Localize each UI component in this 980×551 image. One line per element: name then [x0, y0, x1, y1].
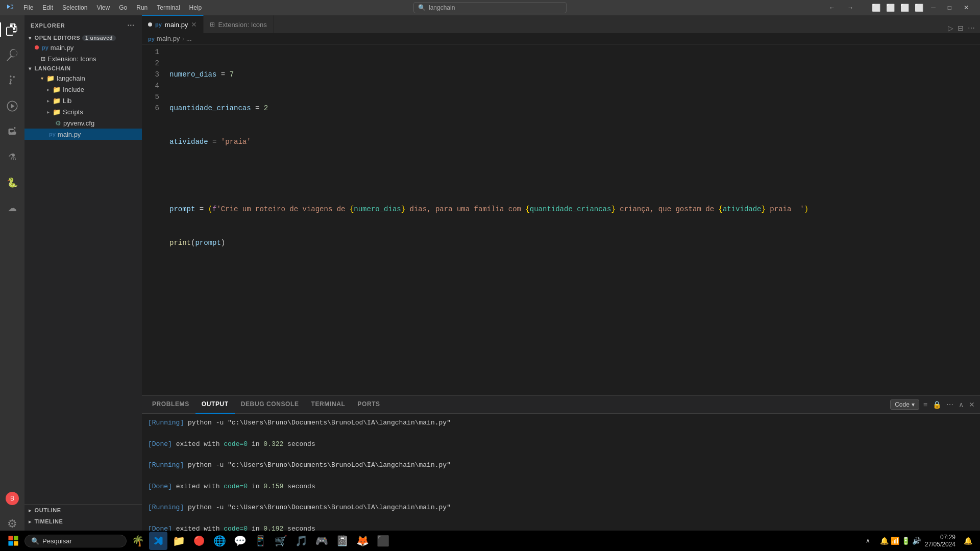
close-button[interactable]: ✕	[958, 0, 975, 15]
run-button[interactable]: ▷	[947, 23, 954, 33]
taskbar-terminal[interactable]: ⬛	[374, 532, 392, 550]
sidebar-actions: ⋯	[126, 20, 136, 31]
activity-source-control[interactable]	[0, 68, 24, 93]
taskbar-discord[interactable]: 🎮	[312, 532, 331, 550]
tab-main-py[interactable]: py main.py ✕	[142, 15, 204, 33]
open-editors-section[interactable]: ▾ OPEN EDITORS 1 unsaved	[24, 34, 142, 42]
activity-testing[interactable]: ⚗	[0, 145, 24, 169]
search-icon: 🔍	[418, 4, 426, 11]
py-file-icon: py	[49, 131, 56, 137]
more-icon[interactable]: ⋯	[945, 399, 954, 410]
more-actions-icon[interactable]: ⋯	[967, 23, 976, 33]
menu-selection[interactable]: Selection	[58, 3, 91, 12]
open-file-main-py[interactable]: py main.py	[24, 42, 142, 53]
tab-problems[interactable]: PROBLEMS	[146, 396, 195, 414]
filter-icon[interactable]: ≡	[922, 399, 928, 410]
clock: 07:29 27/05/2024	[925, 534, 955, 548]
code-line-3: atividade = 'praia'	[167, 136, 980, 147]
tab-close-button[interactable]: ✕	[191, 20, 197, 29]
new-file-icon[interactable]: ⋯	[126, 20, 136, 31]
taskbar-browser[interactable]: 🌐	[210, 532, 229, 550]
timeline-label: TIMELINE	[35, 518, 63, 524]
terminal-actions: Code ▾ ≡ 🔒 ⋯ ∧ ✕	[890, 399, 976, 410]
breadcrumb-file[interactable]: main.py	[157, 35, 180, 42]
terminal-content[interactable]: [Running] python -u "c:\Users\Bruno\Docu…	[142, 414, 980, 538]
notification-button[interactable]: 🔔	[960, 533, 976, 549]
breadcrumb-py-icon: py	[148, 36, 155, 42]
taskbar-spotify[interactable]: 🎵	[292, 532, 310, 550]
layout-icon-2[interactable]: ⬜	[884, 2, 896, 14]
maximize-panel-icon[interactable]: ∧	[958, 399, 965, 410]
taskbar-search[interactable]: 🔍 Pesquisar	[24, 535, 127, 547]
layout-icon-4[interactable]: ⬜	[913, 2, 925, 14]
timeline-section[interactable]: ▸ TIMELINE	[24, 516, 142, 527]
code-editor[interactable]: 1 2 3 4 5 6 numero_dias = 7 quantidade_c…	[142, 44, 980, 395]
file-name: main.py	[51, 44, 74, 52]
file-name-pyvenv: pyvenv.cfg	[63, 119, 94, 127]
taskbar-notion[interactable]: 📓	[333, 532, 351, 550]
outline-section[interactable]: ▸ OUTLINE	[24, 505, 142, 516]
nav-back[interactable]: ←	[823, 0, 841, 15]
taskbar: 🔍 Pesquisar 🌴 📁 🔴 🌐 💬 📱 🛒 🎵 🎮 📓 🦊 ⬛ ∧ 🔔 …	[0, 531, 980, 551]
taskbar-whatsapp[interactable]: 📱	[251, 532, 270, 550]
maximize-button[interactable]: □	[942, 0, 958, 15]
layout-icon-1[interactable]: ⬜	[870, 2, 882, 14]
tray-icons: 🔔 📶 🔋 🔊	[880, 537, 921, 545]
menu-edit[interactable]: Edit	[38, 3, 57, 12]
activity-remote[interactable]: ☁	[0, 196, 24, 220]
activity-run-debug[interactable]	[0, 94, 24, 118]
tree-pyvenv-cfg[interactable]: ⚙ pyvenv.cfg	[24, 117, 142, 129]
folder-name-scripts: Scripts	[63, 108, 83, 116]
breadcrumb-location[interactable]: ...	[186, 35, 192, 42]
taskbar-folder[interactable]: 📁	[169, 532, 188, 550]
layout-icon-3[interactable]: ⬜	[898, 2, 911, 14]
activity-extensions[interactable]	[0, 119, 24, 144]
nav-forward[interactable]: →	[841, 0, 860, 15]
code-dropdown[interactable]: Code ▾	[890, 399, 919, 410]
taskbar-app-red[interactable]: 🔴	[190, 532, 208, 550]
system-tray-expand[interactable]: ∧	[860, 533, 876, 549]
lock-icon[interactable]: 🔒	[932, 399, 942, 410]
taskbar-another-app[interactable]: 🦊	[353, 532, 372, 550]
tab-extension-icons[interactable]: ⊞ Extension: Icons	[204, 15, 273, 33]
tab-output[interactable]: OUTPUT	[195, 396, 235, 414]
menu-help[interactable]: Help	[185, 3, 206, 12]
cfg-file-icon: ⚙	[55, 119, 61, 127]
tree-main-py[interactable]: py main.py	[24, 129, 142, 140]
taskbar-vscode[interactable]	[149, 532, 167, 550]
tree-lib-folder[interactable]: ▸ 📁 Lib	[24, 95, 142, 106]
tab-terminal[interactable]: TERMINAL	[305, 396, 352, 414]
activity-python[interactable]: 🐍	[0, 170, 24, 195]
menu-file[interactable]: File	[19, 3, 37, 12]
activity-account[interactable]: B	[0, 486, 24, 511]
search-placeholder: Pesquisar	[42, 537, 72, 545]
menu-terminal[interactable]: Terminal	[153, 3, 184, 12]
chevron-down-icon: ▾	[29, 66, 32, 71]
tree-scripts-folder[interactable]: ▸ 📁 Scripts	[24, 106, 142, 117]
langchain-section[interactable]: ▾ LANGCHAIN	[24, 64, 142, 72]
minimize-button[interactable]: ─	[925, 0, 942, 15]
close-panel-icon[interactable]: ✕	[968, 399, 976, 410]
split-editor-icon[interactable]: ⊟	[957, 23, 965, 33]
activity-explorer[interactable]	[0, 17, 24, 42]
taskbar-file-explorer[interactable]: 🌴	[129, 532, 147, 550]
start-button[interactable]	[4, 532, 22, 550]
sidebar-header: EXPLORER ⋯	[24, 15, 142, 34]
file-icon-py: py	[42, 44, 48, 51]
file-name-main-py: main.py	[58, 131, 81, 138]
tab-ports[interactable]: PORTS	[351, 396, 386, 414]
tree-include-folder[interactable]: ▸ 📁 Include	[24, 84, 142, 95]
code-content[interactable]: numero_dias = 7 quantidade_criancas = 2 …	[167, 44, 980, 395]
tree-langchain-folder[interactable]: ▾ 📁 langchain	[24, 72, 142, 84]
taskbar-app-store[interactable]: 🛒	[272, 532, 290, 550]
chevron-right-icon: ▸	[29, 519, 32, 524]
activity-search[interactable]	[0, 43, 24, 67]
menu-run[interactable]: Run	[132, 3, 152, 12]
open-file-extension-icons[interactable]: ⊞ Extension: Icons	[24, 53, 142, 64]
global-search[interactable]: 🔍 langchain	[413, 2, 567, 13]
taskbar-chat[interactable]: 💬	[231, 532, 249, 550]
activity-bar: ⚗ 🐍 ☁ B ⚙	[0, 15, 24, 538]
tab-debug-console[interactable]: DEBUG CONSOLE	[235, 396, 305, 414]
menu-go[interactable]: Go	[115, 3, 131, 12]
menu-view[interactable]: View	[92, 3, 114, 12]
